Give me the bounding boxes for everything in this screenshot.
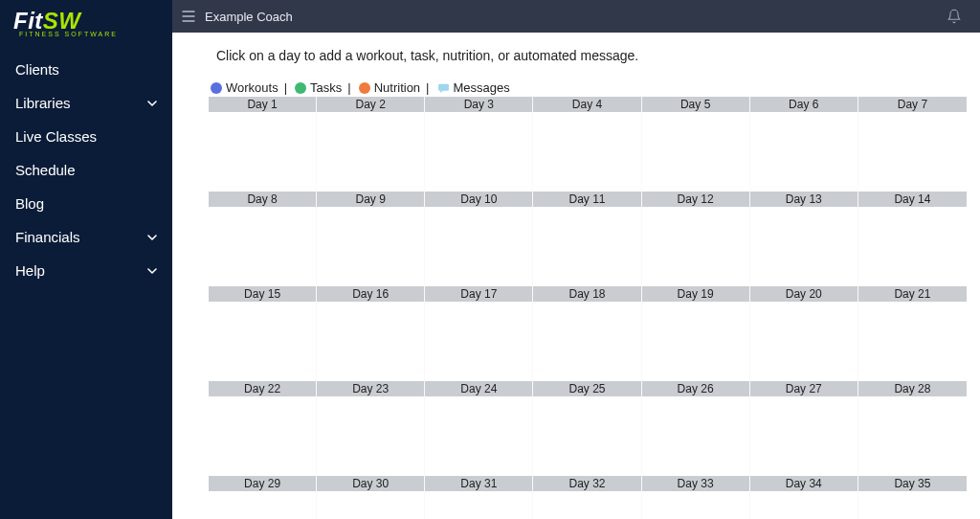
calendar-day[interactable]: Day 29 — [209, 476, 317, 519]
sidebar-item-live-classes[interactable]: Live Classes — [0, 120, 172, 153]
calendar-day[interactable]: Day 6 — [750, 97, 858, 192]
calendar-day[interactable]: Day 27 — [750, 381, 858, 476]
calendar-day-body — [209, 396, 316, 474]
calendar-day-label: Day 10 — [425, 192, 532, 207]
calendar-day[interactable]: Day 22 — [209, 381, 317, 476]
calendar-day-body — [858, 491, 967, 519]
calendar-day-body — [209, 302, 316, 379]
calendar-day[interactable]: Day 7 — [858, 97, 967, 192]
calendar-day-body — [317, 491, 424, 519]
sidebar: FitSW FITNESS SOFTWARE ClientsLibrariesL… — [0, 0, 172, 519]
calendar-day-body — [317, 112, 424, 190]
sidebar-item-label: Clients — [15, 61, 59, 78]
sidebar-item-label: Financials — [15, 229, 80, 245]
calendar-day-body — [642, 207, 749, 284]
sidebar-item-clients[interactable]: Clients — [0, 53, 172, 86]
calendar-day-label: Day 22 — [209, 381, 316, 396]
calendar-week: Day 15Day 16Day 17Day 18Day 19Day 20Day … — [209, 286, 967, 381]
sidebar-item-schedule[interactable]: Schedule — [0, 153, 172, 187]
calendar-day[interactable]: Day 8 — [209, 192, 317, 286]
calendar-day[interactable]: Day 32 — [533, 476, 641, 519]
calendar-day[interactable]: Day 10 — [425, 192, 533, 286]
calendar-day[interactable]: Day 2 — [317, 97, 425, 192]
calendar-day[interactable]: Day 13 — [750, 192, 858, 286]
calendar-week: Day 29Day 30Day 31Day 32Day 33Day 34Day … — [209, 476, 967, 519]
calendar-day[interactable]: Day 19 — [642, 286, 750, 381]
calendar-day[interactable]: Day 23 — [317, 381, 425, 476]
calendar-day-body — [858, 302, 967, 379]
calendar-day-label: Day 25 — [533, 381, 640, 396]
calendar-day[interactable]: Day 18 — [533, 286, 641, 381]
calendar-day-body — [858, 396, 967, 474]
calendar-day[interactable]: Day 30 — [317, 476, 425, 519]
calendar-day-label: Day 29 — [209, 476, 316, 491]
legend-nutrition-label: Nutrition — [374, 80, 420, 95]
calendar-day[interactable]: Day 33 — [642, 476, 750, 519]
calendar-day-label: Day 34 — [750, 476, 858, 491]
calendar-day-label: Day 3 — [425, 97, 532, 112]
calendar-day-body — [317, 207, 424, 284]
calendar-day-body — [750, 112, 858, 190]
calendar-day[interactable]: Day 28 — [858, 381, 967, 476]
calendar-day[interactable]: Day 25 — [533, 381, 641, 476]
calendar-day-body — [750, 207, 858, 284]
calendar-day-label: Day 35 — [858, 476, 967, 491]
calendar-day-body — [209, 112, 316, 190]
calendar-day-label: Day 20 — [750, 286, 858, 302]
calendar-day[interactable]: Day 5 — [642, 97, 750, 192]
calendar-day-body — [750, 302, 858, 379]
calendar-day[interactable]: Day 21 — [858, 286, 967, 381]
sidebar-item-libraries[interactable]: Libraries — [0, 86, 172, 120]
calendar-day-label: Day 17 — [425, 286, 532, 302]
sidebar-item-financials[interactable]: Financials — [0, 220, 172, 254]
calendar-day[interactable]: Day 4 — [533, 97, 641, 192]
notifications-bell-icon[interactable] — [938, 0, 970, 33]
sidebar-item-help[interactable]: Help — [0, 254, 172, 287]
calendar-day-body — [533, 396, 640, 474]
calendar-day[interactable]: Day 34 — [750, 476, 858, 519]
calendar-day-label: Day 2 — [317, 97, 424, 112]
calendar-day[interactable]: Day 1 — [209, 97, 317, 192]
topbar: Example Coach — [172, 0, 980, 33]
main-content: Click on a day to add a workout, task, n… — [172, 33, 980, 519]
calendar-day[interactable]: Day 16 — [317, 286, 425, 381]
calendar-day-label: Day 16 — [317, 286, 424, 302]
calendar-day[interactable]: Day 26 — [642, 381, 750, 476]
calendar-day-body — [642, 491, 749, 519]
app-logo: FitSW FITNESS SOFTWARE — [0, 0, 172, 53]
nutrition-dot-icon — [359, 82, 370, 94]
sidebar-item-blog[interactable]: Blog — [0, 187, 172, 220]
calendar-day-body — [750, 491, 858, 519]
calendar-day-label: Day 11 — [533, 192, 640, 207]
calendar-day[interactable]: Day 12 — [642, 192, 750, 286]
sidebar-item-label: Live Classes — [15, 128, 97, 145]
calendar-day-body — [317, 396, 424, 474]
legend-tasks-label: Tasks — [310, 80, 342, 95]
calendar-day[interactable]: Day 3 — [425, 97, 533, 192]
calendar-day-body — [425, 112, 532, 190]
calendar-day-body — [209, 491, 316, 519]
calendar-day[interactable]: Day 24 — [425, 381, 533, 476]
calendar-day[interactable]: Day 20 — [750, 286, 858, 381]
calendar-day[interactable]: Day 17 — [425, 286, 533, 381]
legend-messages-label: Messages — [454, 80, 510, 95]
sidebar-item-label: Libraries — [15, 95, 71, 111]
calendar-day[interactable]: Day 15 — [209, 286, 317, 381]
logo-text-accent: SW — [43, 8, 81, 34]
calendar-day-label: Day 24 — [425, 381, 532, 396]
calendar-day-label: Day 31 — [425, 476, 532, 491]
legend-separator: | — [282, 80, 291, 95]
chevron-down-icon — [147, 233, 157, 242]
calendar-day[interactable]: Day 31 — [425, 476, 533, 519]
hamburger-icon[interactable] — [172, 0, 205, 33]
calendar-day[interactable]: Day 35 — [858, 476, 967, 519]
calendar-day[interactable]: Day 9 — [317, 192, 425, 286]
calendar-day[interactable]: Day 11 — [533, 192, 641, 286]
workouts-dot-icon — [211, 82, 222, 94]
calendar-week: Day 1Day 2Day 3Day 4Day 5Day 6Day 7 — [209, 97, 967, 192]
calendar-week: Day 22Day 23Day 24Day 25Day 26Day 27Day … — [209, 381, 967, 476]
calendar-day-label: Day 27 — [750, 381, 858, 396]
legend-workouts-label: Workouts — [226, 80, 278, 95]
calendar-day[interactable]: Day 14 — [858, 192, 967, 286]
sidebar-nav: ClientsLibrariesLive ClassesScheduleBlog… — [0, 53, 172, 287]
